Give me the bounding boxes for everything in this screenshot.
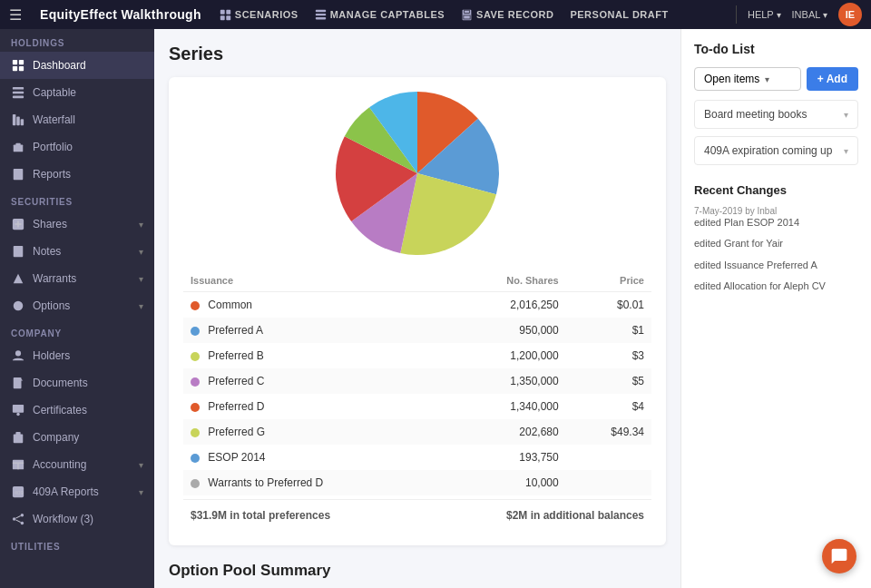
svg-rect-32 [15, 249, 22, 250]
chat-button[interactable] [822, 539, 856, 573]
svg-rect-34 [15, 253, 19, 254]
sidebar-item-label: Shares [33, 218, 67, 230]
footer-balances: $2M in additional balances [506, 509, 644, 522]
chevron-down-icon: ▾ [139, 487, 143, 497]
color-dot [191, 301, 200, 310]
chevron-down-icon: ▾ [139, 301, 143, 311]
option-pool-title: Option Pool Summary [169, 562, 666, 580]
svg-point-49 [13, 517, 16, 521]
shares-icon [11, 217, 25, 231]
svg-rect-26 [15, 173, 22, 174]
waterfall-icon [11, 113, 25, 127]
svg-line-52 [15, 516, 20, 519]
help-link[interactable]: HELP ▾ [748, 9, 781, 20]
svg-rect-19 [13, 114, 16, 125]
sidebar-item-label: Accounting [33, 458, 86, 471]
sidebar-item-notes[interactable]: Notes ▾ [0, 238, 154, 265]
sidebar-item-dashboard[interactable]: Dashboard [0, 52, 154, 79]
documents-icon [11, 376, 25, 390]
sidebar-item-captable[interactable]: Captable [0, 79, 154, 106]
todo-item-409a-expiration[interactable]: 409A expiration coming up ▾ [694, 136, 858, 165]
svg-rect-43 [15, 432, 20, 436]
sidebar-item-label: Options [33, 299, 70, 312]
table-row[interactable]: Preferred A 950,000 $1 [183, 318, 651, 343]
personal-draft-link[interactable]: PERSONAL DRAFT [570, 9, 668, 20]
captable-icon [11, 85, 25, 100]
svg-point-37 [15, 350, 21, 356]
table-row[interactable]: Preferred G 202,680 $49.34 [183, 419, 651, 445]
todo-title: To-do List [694, 42, 858, 56]
save-record-link[interactable]: SAVE RECORD [461, 9, 553, 21]
sidebar-item-portfolio[interactable]: Portfolio [0, 133, 154, 161]
svg-rect-12 [13, 60, 17, 64]
dashboard-icon [11, 58, 25, 73]
shares-cell: 10,000 [446, 470, 565, 495]
add-todo-button[interactable]: + Add [807, 67, 858, 91]
svg-rect-40 [13, 405, 24, 413]
svg-point-36 [14, 301, 24, 311]
sidebar-item-label: Waterfall [33, 113, 75, 126]
col-issuance: Issuance [183, 270, 446, 292]
sidebar-item-shares[interactable]: Shares ▾ [0, 211, 154, 238]
svg-rect-18 [13, 96, 24, 99]
table-row[interactable]: Preferred D 1,340,000 $4 [183, 394, 651, 419]
recent-changes-title: Recent Changes [694, 183, 858, 197]
sidebar-item-warrants[interactable]: Warrants ▾ [0, 265, 154, 292]
table-row[interactable]: Preferred C 1,350,000 $5 [183, 368, 651, 394]
sidebar-item-reports[interactable]: Reports [0, 161, 154, 188]
sidebar: HOLDINGS Dashboard Captable Waterfall Po… [0, 29, 154, 588]
svg-rect-6 [316, 16, 326, 18]
svg-rect-3 [226, 15, 230, 20]
topnav-links: SCENARIOS MANAGE CAPTABLES SAVE RECORD P… [220, 9, 669, 21]
svg-rect-14 [13, 66, 17, 71]
shares-cell: 1,340,000 [446, 394, 565, 419]
series-card: Issuance No. Shares Price Common 2,016,2… [169, 77, 666, 545]
col-shares: No. Shares [446, 270, 565, 292]
sidebar-item-company[interactable]: Company [0, 424, 154, 451]
table-row[interactable]: Warrants to Preferred D 10,000 [183, 470, 651, 495]
sidebar-item-workflow[interactable]: Workflow (3) [0, 505, 154, 533]
manage-captables-link[interactable]: MANAGE CAPTABLES [315, 9, 445, 21]
sidebar-item-accounting[interactable]: Accounting ▾ [0, 451, 154, 478]
price-cell: $3 [566, 343, 651, 368]
sidebar-item-documents[interactable]: Documents [0, 369, 154, 397]
table-row[interactable]: ESOP 2014 193,750 [183, 445, 651, 470]
sidebar-item-label: Company [33, 431, 79, 444]
sidebar-item-certificates[interactable]: Certificates [0, 397, 154, 424]
sidebar-item-label: Portfolio [33, 141, 73, 153]
option-pool-section: Option Pool Summary [169, 562, 666, 588]
table-row[interactable]: Preferred B 1,200,000 $3 [183, 343, 651, 368]
portfolio-icon [11, 140, 25, 154]
scenarios-icon [220, 9, 231, 21]
user-link[interactable]: INBAL ▾ [792, 9, 827, 20]
sidebar-item-waterfall[interactable]: Waterfall [0, 106, 154, 133]
todo-item-board-meeting[interactable]: Board meeting books ▾ [694, 100, 858, 129]
chevron-right-icon: ▾ [844, 146, 848, 156]
svg-text:409: 409 [15, 489, 24, 495]
warrants-icon [11, 271, 25, 286]
right-panel: To-do List Open items ▾ + Add Board meet… [680, 29, 871, 588]
svg-rect-23 [15, 143, 20, 146]
sidebar-item-label: 409A Reports [33, 485, 99, 498]
shares-cell: 193,750 [446, 445, 565, 470]
table-row[interactable]: Common 2,016,250 $0.01 [183, 292, 651, 318]
footer-preferences: $31.9M in total preferences [191, 509, 330, 522]
svg-rect-17 [13, 92, 24, 94]
shares-cell: 202,680 [446, 419, 565, 445]
hamburger-menu-icon[interactable]: ☰ [9, 6, 22, 24]
svg-rect-20 [16, 117, 20, 126]
sidebar-item-holders[interactable]: Holders [0, 342, 154, 369]
sidebar-item-409a-reports[interactable]: 409 409A Reports ▾ [0, 478, 154, 505]
issuance-cell: Preferred B [183, 343, 446, 368]
series-footer: $31.9M in total preferences $2M in addit… [183, 499, 651, 531]
open-items-filter[interactable]: Open items ▾ [694, 67, 801, 91]
avatar[interactable]: IE [838, 3, 862, 26]
svg-rect-13 [19, 60, 24, 64]
scenarios-link[interactable]: SCENARIOS [220, 9, 298, 21]
notes-icon [11, 244, 25, 259]
open-items-row: Open items ▾ + Add [694, 67, 858, 91]
price-cell [566, 470, 651, 495]
sidebar-item-label: Warrants [33, 272, 76, 285]
chevron-down-icon: ▾ [139, 460, 143, 470]
sidebar-item-options[interactable]: Options ▾ [0, 292, 154, 319]
